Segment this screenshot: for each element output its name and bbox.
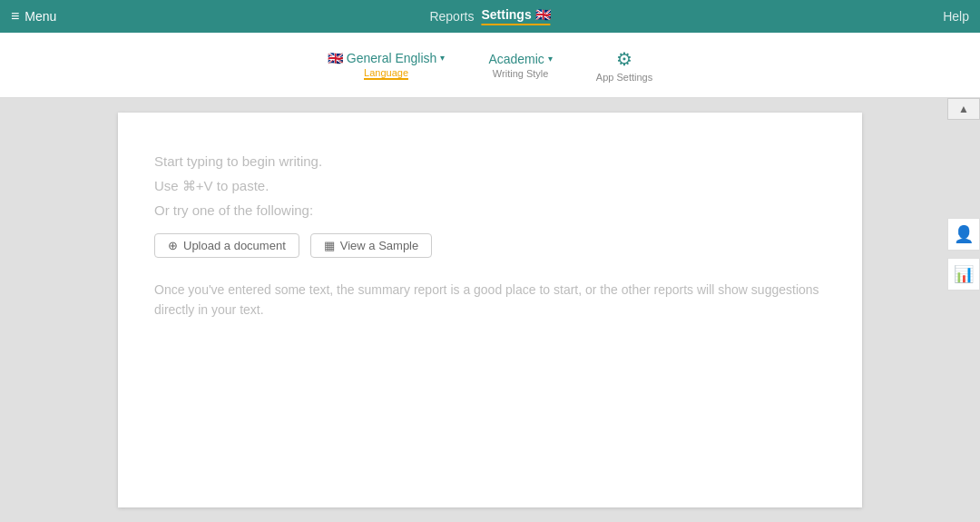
hint-text: Once you've entered some text, the summa… <box>154 280 826 320</box>
language-chevron-icon: ▾ <box>440 53 445 63</box>
sample-icon: ▦ <box>324 239 335 252</box>
settings-nav-link[interactable]: Settings 🇬🇧 <box>481 7 550 25</box>
menu-label: Menu <box>24 9 56 24</box>
upload-document-button[interactable]: ⊕ Upload a document <box>154 233 299 258</box>
menu-button[interactable]: ≡ Menu <box>11 8 56 25</box>
language-flag-icon: 🇬🇧 <box>328 51 343 65</box>
language-setting[interactable]: 🇬🇧 General English ▾ Language <box>320 47 453 84</box>
right-sidebar: ▲ 👤 📊 <box>947 98 980 522</box>
document-action-buttons: ⊕ Upload a document ▦ View a Sample <box>154 233 826 258</box>
user-icon-button[interactable]: 👤 <box>947 218 980 251</box>
placeholder-line2: Use ⌘+V to paste. <box>154 173 826 198</box>
top-navigation: ≡ Menu Reports Settings 🇬🇧 Help <box>0 0 980 33</box>
nav-center-links: Reports Settings 🇬🇧 <box>429 7 550 25</box>
upload-icon: ⊕ <box>168 239 178 252</box>
writing-style-label: Writing Style <box>493 68 549 79</box>
placeholder-line1: Start typing to begin writing. <box>154 149 826 173</box>
menu-icon: ≡ <box>11 8 19 25</box>
app-settings-setting[interactable]: ⚙ App Settings <box>589 44 660 86</box>
writing-style-setting[interactable]: Academic ▾ Writing Style <box>481 48 559 83</box>
language-value: General English <box>347 51 437 65</box>
app-settings-label: App Settings <box>596 72 652 83</box>
user-icon: 👤 <box>954 224 974 244</box>
main-content-area: Start typing to begin writing. Use ⌘+V t… <box>0 98 980 522</box>
document-editor[interactable]: Start typing to begin writing. Use ⌘+V t… <box>118 113 862 507</box>
language-label: Language <box>364 67 408 80</box>
chart-icon: 📊 <box>954 264 974 284</box>
placeholder-line3: Or try one of the following: <box>154 198 826 222</box>
writing-style-value: Academic <box>488 52 544 66</box>
view-sample-button[interactable]: ▦ View a Sample <box>310 233 432 258</box>
scroll-up-icon: ▲ <box>958 103 969 115</box>
nav-right-area: Help <box>943 9 969 24</box>
upload-label: Upload a document <box>183 239 286 252</box>
settings-bar: 🇬🇧 General English ▾ Language Academic ▾… <box>0 33 980 98</box>
reports-nav-link[interactable]: Reports <box>429 9 474 24</box>
placeholder-area: Start typing to begin writing. Use ⌘+V t… <box>154 149 826 222</box>
gear-icon: ⚙ <box>616 48 632 70</box>
settings-label: Settings <box>481 7 531 22</box>
chart-icon-button[interactable]: 📊 <box>947 258 980 291</box>
settings-flag-icon: 🇬🇧 <box>535 7 551 22</box>
help-nav-link[interactable]: Help <box>943 9 969 24</box>
scroll-up-button[interactable]: ▲ <box>947 98 980 120</box>
writing-style-chevron-icon: ▾ <box>548 54 553 64</box>
sample-label: View a Sample <box>340 239 418 252</box>
